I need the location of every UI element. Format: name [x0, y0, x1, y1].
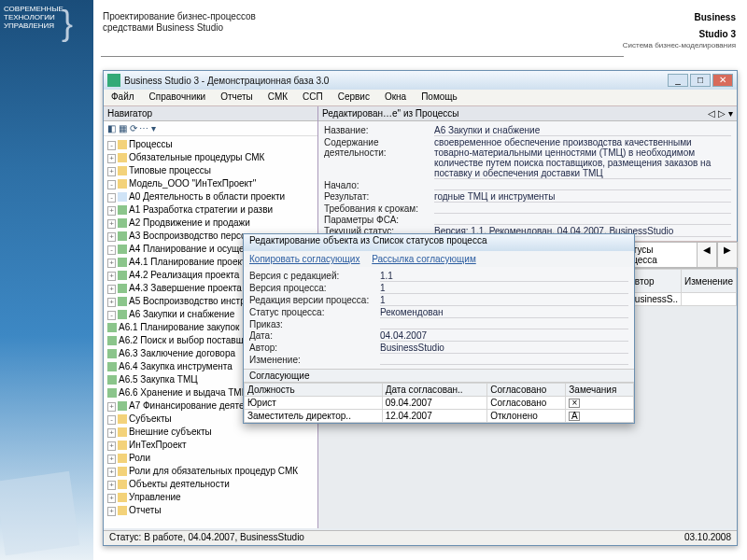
navigator-title: Навигатор	[104, 106, 317, 121]
tree-label: Роли для обязательных процедур СМК	[129, 466, 298, 476]
val-result[interactable]: годные ТМЦ и инструменты	[434, 191, 731, 203]
expand-icon[interactable]: +	[107, 167, 116, 176]
val-content[interactable]: своевременное обеспечение производства к…	[434, 137, 731, 179]
val-name[interactable]: А6 Закупки и снабжение	[434, 125, 731, 136]
cell[interactable]: 09.04.2007	[382, 397, 487, 410]
minimize-button[interactable]: _	[668, 74, 688, 87]
fld-icon	[118, 414, 127, 424]
expand-icon[interactable]: +	[107, 402, 116, 412]
field-value[interactable]: 1	[380, 283, 628, 294]
maximize-button[interactable]: □	[690, 74, 711, 87]
tree-node[interactable]: +ИнТехПроект	[106, 439, 316, 452]
expand-icon[interactable]: +	[107, 441, 116, 451]
arr-icon	[118, 218, 127, 228]
expand-icon[interactable]: +	[107, 428, 116, 438]
expand-icon[interactable]: +	[107, 259, 116, 268]
col-header[interactable]: Замечания	[566, 384, 634, 397]
expand-icon[interactable]: -	[107, 311, 116, 320]
field-value[interactable]: 1	[380, 295, 628, 306]
tree-node[interactable]: +Объекты деятельности	[106, 478, 316, 491]
cell[interactable]: A	[566, 410, 634, 423]
close-button[interactable]: ✕	[712, 74, 733, 87]
cell[interactable]: 12.04.2007	[382, 410, 487, 423]
tree-node[interactable]: -Модель_ООО "ИнТехПроект"	[106, 177, 316, 190]
menu-item[interactable]: СМК	[261, 90, 295, 105]
expand-icon[interactable]: +	[107, 285, 116, 294]
tree-label: А6.2 Поиск и выбор поставщ	[119, 335, 244, 345]
field-value[interactable]	[380, 319, 628, 329]
field-label: Дата:	[249, 330, 380, 342]
field-value[interactable]: 04.04.2007	[380, 330, 628, 342]
scroll-left-icon[interactable]: ◀	[697, 242, 717, 268]
col-header[interactable]: Изменение	[682, 270, 737, 293]
cell[interactable]: ×	[566, 397, 634, 410]
expand-icon[interactable]: +	[107, 468, 116, 477]
menu-item[interactable]: Окна	[377, 90, 414, 105]
table-row[interactable]: Заместитель директор..12.04.2007Отклонен…	[245, 410, 634, 423]
field-value[interactable]	[380, 355, 628, 365]
expand-icon[interactable]: +	[107, 494, 116, 503]
tree-node[interactable]: +А1 Разработка стратегии и разви	[106, 203, 316, 217]
expand-icon[interactable]: +	[107, 507, 116, 516]
tree-label: Роли	[129, 453, 150, 463]
cell[interactable]: Отклонено	[487, 410, 566, 423]
tree-node[interactable]: +Обязательные процедуры СМК	[106, 151, 316, 164]
expand-icon[interactable]: +	[107, 272, 116, 281]
expand-icon[interactable]: -	[107, 141, 116, 150]
tree-node[interactable]: +Роли для обязательных процедур СМК	[106, 465, 316, 478]
tree-node[interactable]: +Управление	[106, 491, 316, 504]
expand-icon[interactable]: +	[107, 232, 116, 242]
editor-tab-header[interactable]: Редактирован…е" из Процессы ◁ ▷ ▾	[318, 106, 737, 121]
expand-icon[interactable]: +	[107, 481, 116, 490]
tree-node[interactable]: +Роли	[106, 452, 316, 465]
tab-nav-icons[interactable]: ◁ ▷ ▾	[708, 108, 733, 119]
expand-icon[interactable]: -	[107, 180, 116, 189]
cell[interactable]: Юрист	[245, 397, 383, 410]
field-value[interactable]: 1.1	[380, 271, 628, 282]
menu-item[interactable]: Помощь	[414, 90, 465, 105]
mail-approvers-link[interactable]: Рассылка согласующим	[372, 254, 476, 264]
navigator-toolbar[interactable]: ◧ ▦ ⟳ ⋯ ▾	[104, 121, 317, 136]
menu-item[interactable]: Файл	[104, 90, 142, 105]
window-titlebar[interactable]: Business Studio 3 - Демонстрационная баз…	[104, 71, 737, 90]
col-header[interactable]: Дата согласован..	[382, 384, 487, 397]
note-icon[interactable]: ×	[569, 399, 580, 408]
tree-node[interactable]: +А2 Продвижение и продажи	[106, 217, 316, 230]
expand-icon[interactable]: +	[107, 298, 116, 307]
table-row[interactable]: Юрист09.04.2007Согласовано×	[245, 397, 634, 410]
cell[interactable]: Согласовано	[487, 397, 566, 410]
expand-icon[interactable]: -	[107, 415, 116, 425]
menu-item[interactable]: Справочники	[142, 90, 214, 105]
cell[interactable]	[682, 293, 737, 306]
expand-icon[interactable]: +	[107, 206, 116, 216]
expand-icon[interactable]: +	[107, 219, 116, 229]
expand-icon[interactable]: +	[107, 455, 116, 464]
val-terms[interactable]	[434, 203, 731, 214]
field-label: Версия процесса:	[249, 283, 380, 294]
expand-icon[interactable]: -	[107, 193, 116, 203]
val-fsa[interactable]	[434, 215, 731, 225]
copy-approvers-link[interactable]: Копировать согласующих	[249, 254, 359, 264]
field-value[interactable]: BusinessStudio	[380, 343, 628, 354]
val-start[interactable]	[434, 180, 731, 190]
col-header[interactable]: Согласовано	[487, 384, 566, 397]
note-icon[interactable]: A	[569, 412, 580, 421]
field-value[interactable]: Рекомендован	[380, 307, 628, 318]
tree-node[interactable]: -А0 Деятельность в области проекти	[106, 190, 316, 203]
dialog-form: Версия с редакцией:1.1Версия процесса:1Р…	[244, 267, 634, 369]
expand-icon[interactable]: -	[107, 245, 116, 255]
cell[interactable]: Заместитель директор..	[245, 410, 383, 423]
tree-node[interactable]: +Отчеты	[106, 504, 316, 517]
scroll-right-icon[interactable]: ▶	[717, 242, 738, 268]
menu-item[interactable]: Сервис	[331, 90, 377, 105]
menu-item[interactable]: ССП	[295, 90, 331, 105]
expand-icon[interactable]: +	[107, 154, 116, 163]
approvers-grid[interactable]: ДолжностьДата согласован..СогласованоЗам…	[244, 383, 634, 423]
tree-node[interactable]: +Внешние субъекты	[106, 426, 316, 439]
arr-icon	[107, 336, 117, 345]
menu-item[interactable]: Отчеты	[213, 90, 261, 105]
status-edit-dialog[interactable]: Редактирование объекта из Список статусо…	[243, 233, 635, 424]
tree-node[interactable]: -Процессы	[106, 138, 316, 151]
col-header[interactable]: Должность	[245, 384, 383, 397]
tree-node[interactable]: +Типовые процессы	[106, 164, 316, 177]
